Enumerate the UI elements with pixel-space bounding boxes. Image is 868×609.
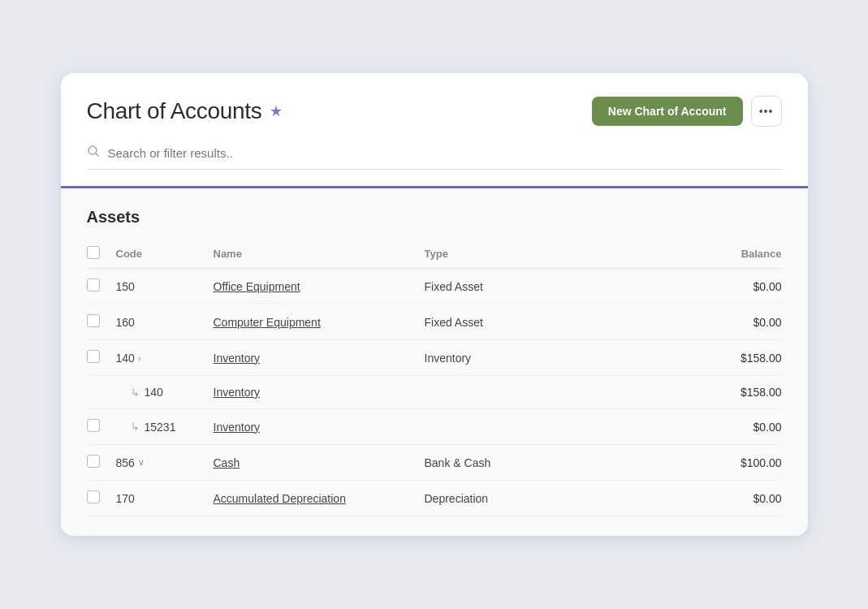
row-checkbox-cell: [87, 340, 116, 376]
row-type: [425, 409, 571, 445]
row-code: ↳140: [116, 376, 214, 409]
indent-icon: ↳: [131, 421, 140, 433]
col-header-balance: Balance: [571, 240, 782, 269]
svg-line-1: [95, 153, 98, 157]
more-options-button[interactable]: •••: [751, 96, 782, 127]
section-title: Assets: [87, 208, 782, 227]
row-balance: $0.00: [571, 481, 782, 516]
code-value: 170: [116, 492, 135, 505]
row-code: 170: [116, 481, 214, 516]
account-name-link[interactable]: Inventory: [214, 421, 261, 434]
row-checkbox[interactable]: [87, 279, 100, 292]
table-row: 856 ∨CashBank & Cash$100.00: [87, 445, 782, 481]
outer-card: Chart of Accounts ★ New Chart of Account…: [61, 73, 808, 536]
row-checkbox-cell: [87, 376, 116, 409]
row-type: Bank & Cash: [425, 445, 571, 481]
row-checkbox-cell: [87, 445, 116, 481]
row-name: Inventory: [214, 340, 425, 376]
table-row: ↳140Inventory$158.00: [87, 376, 782, 409]
account-name-link[interactable]: Office Equipment: [214, 280, 300, 293]
row-checkbox[interactable]: [87, 490, 100, 503]
search-icon: [87, 145, 100, 161]
bottom-section: Assets Code Name Type Balance 150Of: [61, 186, 808, 536]
col-header-type: Type: [425, 240, 571, 269]
page-wrapper: Chart of Accounts ★ New Chart of Account…: [0, 0, 868, 609]
row-balance: $100.00: [571, 445, 782, 481]
row-checkbox[interactable]: [87, 455, 100, 468]
account-name-link[interactable]: Computer Equipment: [214, 316, 321, 329]
code-value: 160: [116, 316, 135, 329]
accounts-table: Code Name Type Balance 150Office Equipme…: [87, 240, 782, 516]
row-code: ↳15231: [116, 409, 214, 445]
row-checkbox-cell: [87, 481, 116, 516]
row-checkbox[interactable]: [87, 419, 100, 432]
row-name: Cash: [214, 445, 425, 481]
row-balance: $0.00: [571, 304, 782, 340]
row-code: 140 ›: [116, 340, 214, 376]
row-name: Office Equipment: [214, 269, 425, 304]
row-balance: $0.00: [571, 409, 782, 445]
table-row: 140 ›InventoryInventory$158.00: [87, 340, 782, 376]
row-name: Computer Equipment: [214, 304, 425, 340]
dots-icon: •••: [759, 105, 774, 118]
account-name-link[interactable]: Accumulated Depreciation: [214, 492, 346, 505]
row-checkbox-cell: [87, 409, 116, 445]
account-name-link[interactable]: Cash: [214, 456, 240, 469]
header-row: Chart of Accounts ★ New Chart of Account…: [87, 96, 782, 127]
table-header-row: Code Name Type Balance: [87, 240, 782, 269]
code-value: 140: [145, 386, 163, 399]
page-title: Chart of Accounts: [87, 98, 262, 124]
header-checkbox[interactable]: [87, 246, 100, 259]
table-row: 150Office EquipmentFixed Asset$0.00: [87, 269, 782, 304]
row-name: Inventory: [214, 376, 425, 409]
table-row: 160Computer EquipmentFixed Asset$0.00: [87, 304, 782, 340]
row-balance: $158.00: [571, 340, 782, 376]
row-type: Depreciation: [425, 481, 571, 516]
row-type: Fixed Asset: [425, 304, 571, 340]
row-code: 150: [116, 269, 214, 304]
row-checkbox[interactable]: [87, 314, 100, 327]
row-type: [425, 376, 571, 409]
expand-icon[interactable]: ∨: [138, 457, 145, 468]
col-header-name: Name: [214, 240, 425, 269]
code-value: 856: [116, 456, 135, 469]
col-header-checkbox: [87, 240, 116, 269]
search-input[interactable]: [108, 146, 782, 160]
star-icon[interactable]: ★: [270, 102, 283, 120]
code-value: 140: [116, 352, 135, 365]
table-body: 150Office EquipmentFixed Asset$0.00160Co…: [87, 269, 782, 516]
account-name-link[interactable]: Inventory: [214, 352, 261, 365]
title-group: Chart of Accounts ★: [87, 98, 283, 124]
row-checkbox-cell: [87, 269, 116, 304]
row-checkbox[interactable]: [87, 350, 100, 363]
row-name: Inventory: [214, 409, 425, 445]
row-type: Fixed Asset: [425, 269, 571, 304]
expand-icon[interactable]: ›: [138, 353, 141, 363]
indent-icon: ↳: [131, 387, 140, 399]
new-chart-button[interactable]: New Chart of Account: [592, 97, 743, 126]
row-code: 856 ∨: [116, 445, 214, 481]
col-header-code: Code: [116, 240, 214, 269]
row-balance: $158.00: [571, 376, 782, 409]
account-name-link[interactable]: Inventory: [214, 386, 261, 399]
row-balance: $0.00: [571, 269, 782, 304]
table-row: 170Accumulated DepreciationDepreciation$…: [87, 481, 782, 516]
search-bar: [87, 145, 782, 170]
row-checkbox-cell: [87, 304, 116, 340]
row-code: 160: [116, 304, 214, 340]
code-value: 150: [116, 280, 135, 293]
top-section: Chart of Accounts ★ New Chart of Account…: [61, 73, 808, 186]
table-row: ↳15231Inventory$0.00: [87, 409, 782, 445]
code-value: 15231: [145, 421, 176, 434]
row-name: Accumulated Depreciation: [214, 481, 425, 516]
header-actions: New Chart of Account •••: [592, 96, 782, 127]
row-type: Inventory: [425, 340, 571, 376]
